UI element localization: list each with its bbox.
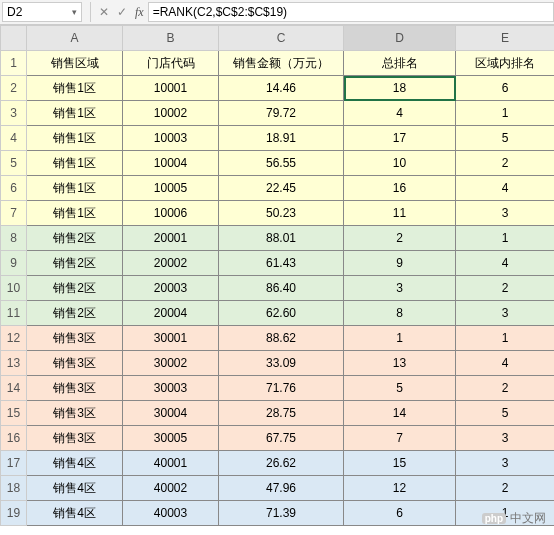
cell-D13[interactable]: 13 xyxy=(344,351,456,376)
cell-B8[interactable]: 20001 xyxy=(123,226,219,251)
cell-A15[interactable]: 销售3区 xyxy=(27,401,123,426)
cell-A12[interactable]: 销售3区 xyxy=(27,326,123,351)
cell-E11[interactable]: 3 xyxy=(456,301,555,326)
cell-E15[interactable]: 5 xyxy=(456,401,555,426)
row-header-15[interactable]: 15 xyxy=(1,401,27,426)
row-header-13[interactable]: 13 xyxy=(1,351,27,376)
row-header-9[interactable]: 9 xyxy=(1,251,27,276)
cell-D12[interactable]: 1 xyxy=(344,326,456,351)
col-header-C[interactable]: C xyxy=(219,26,344,51)
cell-E9[interactable]: 4 xyxy=(456,251,555,276)
cell-A5[interactable]: 销售1区 xyxy=(27,151,123,176)
cell-D1[interactable]: 总排名 xyxy=(344,51,456,76)
cell-E10[interactable]: 2 xyxy=(456,276,555,301)
cell-C17[interactable]: 26.62 xyxy=(219,451,344,476)
cell-A8[interactable]: 销售2区 xyxy=(27,226,123,251)
row-header-4[interactable]: 4 xyxy=(1,126,27,151)
cell-C9[interactable]: 61.43 xyxy=(219,251,344,276)
cell-D9[interactable]: 9 xyxy=(344,251,456,276)
cell-C19[interactable]: 71.39 xyxy=(219,501,344,526)
cell-D8[interactable]: 2 xyxy=(344,226,456,251)
cell-A14[interactable]: 销售3区 xyxy=(27,376,123,401)
row-header-12[interactable]: 12 xyxy=(1,326,27,351)
cell-C8[interactable]: 88.01 xyxy=(219,226,344,251)
cell-D6[interactable]: 16 xyxy=(344,176,456,201)
cell-B11[interactable]: 20004 xyxy=(123,301,219,326)
cell-E16[interactable]: 3 xyxy=(456,426,555,451)
cell-B9[interactable]: 20002 xyxy=(123,251,219,276)
name-box-dropdown-icon[interactable]: ▾ xyxy=(72,3,77,21)
cell-D11[interactable]: 8 xyxy=(344,301,456,326)
cell-E17[interactable]: 3 xyxy=(456,451,555,476)
cell-A17[interactable]: 销售4区 xyxy=(27,451,123,476)
cell-B15[interactable]: 30004 xyxy=(123,401,219,426)
row-header-3[interactable]: 3 xyxy=(1,101,27,126)
cell-D17[interactable]: 15 xyxy=(344,451,456,476)
row-header-18[interactable]: 18 xyxy=(1,476,27,501)
cell-D10[interactable]: 3 xyxy=(344,276,456,301)
cell-B7[interactable]: 10006 xyxy=(123,201,219,226)
cell-A10[interactable]: 销售2区 xyxy=(27,276,123,301)
cell-B16[interactable]: 30005 xyxy=(123,426,219,451)
select-all-corner[interactable] xyxy=(1,26,27,51)
cell-B13[interactable]: 30002 xyxy=(123,351,219,376)
cell-E6[interactable]: 4 xyxy=(456,176,555,201)
cell-B4[interactable]: 10003 xyxy=(123,126,219,151)
cell-E1[interactable]: 区域内排名 xyxy=(456,51,555,76)
row-header-2[interactable]: 2 xyxy=(1,76,27,101)
cell-B2[interactable]: 10001 xyxy=(123,76,219,101)
cell-E7[interactable]: 3 xyxy=(456,201,555,226)
cell-D18[interactable]: 12 xyxy=(344,476,456,501)
name-box[interactable]: D2 ▾ xyxy=(2,2,82,22)
col-header-E[interactable]: E xyxy=(456,26,555,51)
cell-D14[interactable]: 5 xyxy=(344,376,456,401)
cell-E5[interactable]: 2 xyxy=(456,151,555,176)
row-header-11[interactable]: 11 xyxy=(1,301,27,326)
cell-D4[interactable]: 17 xyxy=(344,126,456,151)
cell-C11[interactable]: 62.60 xyxy=(219,301,344,326)
col-header-A[interactable]: A xyxy=(27,26,123,51)
cell-A16[interactable]: 销售3区 xyxy=(27,426,123,451)
cell-A3[interactable]: 销售1区 xyxy=(27,101,123,126)
col-header-B[interactable]: B xyxy=(123,26,219,51)
row-header-14[interactable]: 14 xyxy=(1,376,27,401)
cell-D5[interactable]: 10 xyxy=(344,151,456,176)
cancel-icon[interactable]: ✕ xyxy=(95,5,113,19)
cell-B17[interactable]: 40001 xyxy=(123,451,219,476)
cell-B1[interactable]: 门店代码 xyxy=(123,51,219,76)
cell-C5[interactable]: 56.55 xyxy=(219,151,344,176)
cell-C15[interactable]: 28.75 xyxy=(219,401,344,426)
cell-A2[interactable]: 销售1区 xyxy=(27,76,123,101)
cell-B10[interactable]: 20003 xyxy=(123,276,219,301)
cell-C6[interactable]: 22.45 xyxy=(219,176,344,201)
cell-E13[interactable]: 4 xyxy=(456,351,555,376)
cell-B3[interactable]: 10002 xyxy=(123,101,219,126)
cell-B14[interactable]: 30003 xyxy=(123,376,219,401)
row-header-1[interactable]: 1 xyxy=(1,51,27,76)
cell-D7[interactable]: 11 xyxy=(344,201,456,226)
cell-C2[interactable]: 14.46 xyxy=(219,76,344,101)
cell-E12[interactable]: 1 xyxy=(456,326,555,351)
cell-A6[interactable]: 销售1区 xyxy=(27,176,123,201)
cell-C3[interactable]: 79.72 xyxy=(219,101,344,126)
cell-E18[interactable]: 2 xyxy=(456,476,555,501)
cell-C12[interactable]: 88.62 xyxy=(219,326,344,351)
formula-input[interactable]: =RANK(C2,$C$2:$C$19) xyxy=(148,2,554,22)
cell-E14[interactable]: 2 xyxy=(456,376,555,401)
cell-E8[interactable]: 1 xyxy=(456,226,555,251)
cell-D19[interactable]: 6 xyxy=(344,501,456,526)
cell-A13[interactable]: 销售3区 xyxy=(27,351,123,376)
cell-C16[interactable]: 67.75 xyxy=(219,426,344,451)
row-header-16[interactable]: 16 xyxy=(1,426,27,451)
cell-C4[interactable]: 18.91 xyxy=(219,126,344,151)
row-header-7[interactable]: 7 xyxy=(1,201,27,226)
cell-D15[interactable]: 14 xyxy=(344,401,456,426)
cell-D16[interactable]: 7 xyxy=(344,426,456,451)
cell-A11[interactable]: 销售2区 xyxy=(27,301,123,326)
cell-C7[interactable]: 50.23 xyxy=(219,201,344,226)
cell-B12[interactable]: 30001 xyxy=(123,326,219,351)
cell-E4[interactable]: 5 xyxy=(456,126,555,151)
cell-C10[interactable]: 86.40 xyxy=(219,276,344,301)
row-header-17[interactable]: 17 xyxy=(1,451,27,476)
fx-icon[interactable]: fx xyxy=(131,5,148,20)
